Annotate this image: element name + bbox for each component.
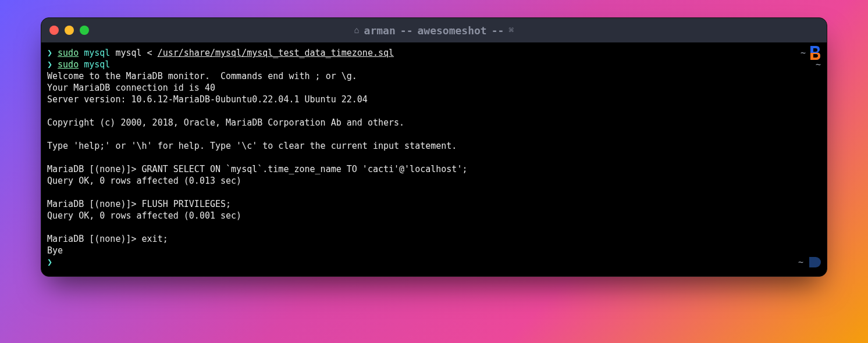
prompt-caret: ❯ bbox=[47, 257, 52, 267]
right-gutter: ~ ~ bbox=[801, 47, 821, 70]
gutter-tilde: ~ bbox=[801, 59, 821, 70]
terminal-body[interactable]: ~ ~ ❯ sudo mysql mysql < /usr/share/mysq… bbox=[41, 42, 827, 276]
prompt-line[interactable]: ❯ bbox=[47, 256, 821, 268]
sudo-cmd: sudo bbox=[58, 59, 79, 70]
output-line: Bye bbox=[47, 245, 821, 256]
window-title: ⌂ arman -- awesomeshot -- ⌘ bbox=[41, 24, 827, 37]
traffic-lights bbox=[49, 26, 89, 35]
status-icon bbox=[809, 257, 821, 267]
output-line: Server version: 10.6.12-MariaDB-0ubuntu0… bbox=[47, 94, 821, 105]
prompt-caret: ❯ bbox=[47, 59, 52, 70]
blank-line bbox=[47, 221, 821, 233]
blank-line bbox=[47, 187, 821, 198]
file-path: /usr/share/mysql/mysql_test_data_timezon… bbox=[158, 48, 394, 58]
output-line: Query OK, 0 rows affected (0.013 sec) bbox=[47, 175, 821, 187]
gutter-tilde: ~ bbox=[801, 47, 806, 59]
output-line: Your MariaDB connection id is 40 bbox=[47, 82, 821, 94]
title-user: arman bbox=[364, 24, 396, 37]
titlebar: ⌂ arman -- awesomeshot -- ⌘ bbox=[41, 18, 827, 42]
command-line: ❯ sudo mysql mysql < /usr/share/mysql/my… bbox=[47, 47, 821, 59]
redirect: < bbox=[147, 48, 152, 58]
prompt-caret: ❯ bbox=[47, 48, 52, 58]
output-line: MariaDB [(none)]> exit; bbox=[47, 233, 821, 245]
maximize-button[interactable] bbox=[80, 26, 89, 35]
output-line: Copyright (c) 2000, 2018, Oracle, MariaD… bbox=[47, 117, 821, 128]
output-line: Query OK, 0 rows affected (0.001 sec) bbox=[47, 210, 821, 221]
minimize-button[interactable] bbox=[65, 26, 74, 35]
output-line: MariaDB [(none)]> FLUSH PRIVILEGES; bbox=[47, 198, 821, 210]
blank-line bbox=[47, 152, 821, 163]
title-sep: -- bbox=[400, 24, 413, 37]
file-type-icon bbox=[809, 46, 821, 60]
output-line: Welcome to the MariaDB monitor. Commands… bbox=[47, 70, 821, 82]
arg: mysql bbox=[115, 48, 141, 58]
close-button[interactable] bbox=[49, 26, 59, 35]
mysql-cmd: mysql bbox=[84, 48, 110, 58]
blank-line bbox=[47, 105, 821, 117]
bottom-gutter: ~ bbox=[798, 256, 821, 268]
output-line: MariaDB [(none)]> GRANT SELECT ON `mysql… bbox=[47, 163, 821, 175]
terminal-window: ⌂ arman -- awesomeshot -- ⌘ ~ ~ ❯ sudo m… bbox=[41, 17, 827, 277]
command-icon: ⌘ bbox=[508, 25, 514, 35]
blank-line bbox=[47, 128, 821, 140]
output-line: Type 'help;' or '\h' for help. Type '\c'… bbox=[47, 140, 821, 152]
mysql-cmd: mysql bbox=[84, 59, 110, 70]
gutter-tilde: ~ bbox=[798, 256, 803, 268]
sudo-cmd: sudo bbox=[58, 48, 79, 58]
title-sep: -- bbox=[492, 24, 504, 37]
command-line: ❯ sudo mysql bbox=[47, 59, 821, 70]
title-app: awesomeshot bbox=[417, 24, 486, 37]
home-icon: ⌂ bbox=[354, 25, 360, 35]
